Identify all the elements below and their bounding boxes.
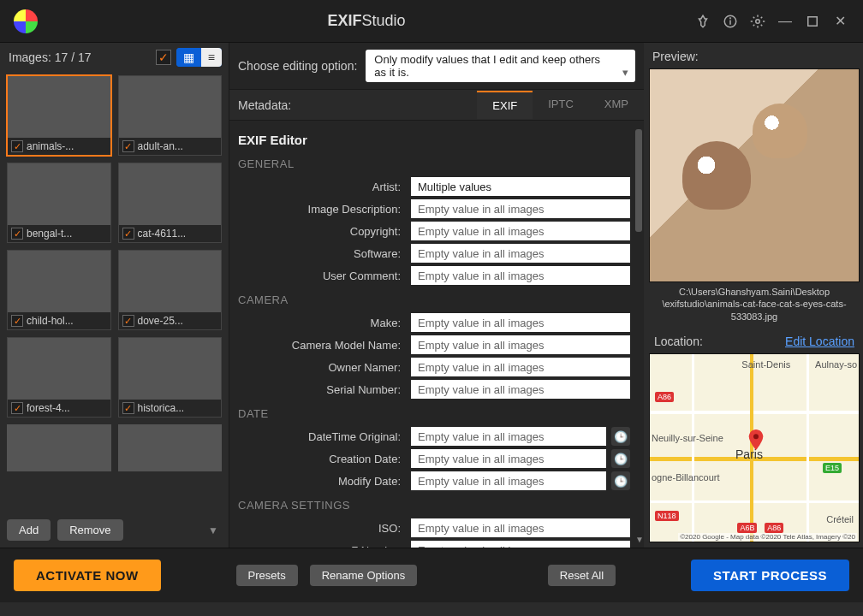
rename-options-button[interactable]: Rename Options bbox=[310, 565, 418, 586]
thumb-checkbox[interactable]: ✓ bbox=[122, 315, 134, 327]
edit-location-link[interactable]: Edit Location bbox=[785, 335, 854, 348]
editing-option-select[interactable]: Only modify values that I edit and keep … bbox=[366, 50, 635, 82]
minimize-button[interactable]: — bbox=[777, 14, 793, 29]
section-camera-settings: CAMERA SETTINGS bbox=[238, 499, 630, 512]
field-label: Modify Date: bbox=[238, 475, 406, 488]
image-description-input[interactable] bbox=[411, 199, 630, 218]
tab-xmp[interactable]: XMP bbox=[589, 91, 644, 119]
map-attribution: ©2020 Google - Map data ©2020 Tele Atlas… bbox=[678, 533, 857, 541]
artist-input[interactable] bbox=[411, 177, 630, 196]
camera-model-input[interactable] bbox=[411, 335, 630, 354]
copyright-input[interactable] bbox=[411, 222, 630, 240]
list-view-icon[interactable]: ≡ bbox=[201, 48, 222, 67]
activate-button[interactable]: ACTIVATE NOW bbox=[14, 560, 161, 591]
field-label: Camera Model Name: bbox=[238, 339, 406, 352]
clock-icon[interactable]: 🕒 bbox=[611, 449, 630, 468]
thumbnail-item[interactable]: ✓dove-25... bbox=[118, 250, 223, 330]
thumb-checkbox[interactable]: ✓ bbox=[11, 402, 23, 414]
map-badge: A86 bbox=[765, 523, 783, 533]
info-icon[interactable] bbox=[723, 14, 738, 29]
thumb-label: cat-4611... bbox=[138, 228, 187, 240]
preview-image bbox=[649, 68, 860, 282]
user-comment-input[interactable] bbox=[411, 266, 630, 285]
map-city: Créteil bbox=[826, 514, 854, 524]
datetime-original-input[interactable] bbox=[411, 427, 606, 446]
serial-input[interactable] bbox=[411, 380, 630, 399]
field-label: Artist: bbox=[238, 181, 406, 193]
title-bold: EXIF bbox=[327, 12, 361, 29]
map-badge: A6B bbox=[737, 523, 757, 533]
thumbnail-item[interactable]: ✓adult-an... bbox=[118, 75, 223, 156]
fnumber-input[interactable] bbox=[411, 541, 630, 548]
settings-icon[interactable] bbox=[750, 14, 765, 29]
clock-icon[interactable]: 🕒 bbox=[611, 471, 630, 490]
thumbnail-item[interactable]: ✓forest-4... bbox=[7, 337, 111, 418]
software-input[interactable] bbox=[411, 244, 630, 263]
svg-rect-4 bbox=[808, 16, 818, 26]
thumbnail-grid: ✓animals-... ✓adult-an... ✓bengal-t... ✓… bbox=[0, 72, 229, 512]
thumb-checkbox[interactable]: ✓ bbox=[11, 228, 23, 240]
select-all-checkbox[interactable]: ✓ bbox=[156, 50, 171, 65]
thumbnail-item[interactable]: ✓animals-... bbox=[7, 75, 111, 156]
creation-date-input[interactable] bbox=[411, 449, 606, 468]
section-general: GENERAL bbox=[238, 157, 630, 170]
choose-label: Choose editing option: bbox=[238, 59, 357, 73]
map-city: ogne-Billancourt bbox=[652, 472, 720, 483]
thumb-label: adult-an... bbox=[138, 140, 183, 152]
start-process-button[interactable]: START PROCESS bbox=[691, 560, 849, 591]
thumb-label: bengal-t... bbox=[27, 228, 72, 240]
app-title: EXIFStudio bbox=[38, 12, 695, 30]
editor-title: EXIF Editor bbox=[238, 133, 630, 147]
section-camera: CAMERA bbox=[238, 293, 630, 306]
thumb-checkbox[interactable]: ✓ bbox=[122, 140, 134, 152]
editor-scrollbar[interactable]: ▼ bbox=[635, 129, 642, 544]
thumbnail-item[interactable]: ✓bengal-t... bbox=[7, 163, 111, 243]
location-label: Location: bbox=[654, 335, 703, 348]
pin-icon[interactable] bbox=[695, 14, 711, 29]
field-label: User Comment: bbox=[238, 270, 406, 282]
grid-view-icon[interactable]: ▦ bbox=[176, 48, 201, 67]
iso-input[interactable] bbox=[411, 518, 630, 537]
thumb-checkbox[interactable]: ✓ bbox=[122, 402, 134, 414]
add-button[interactable]: Add bbox=[7, 519, 51, 541]
clock-icon[interactable]: 🕒 bbox=[611, 427, 630, 446]
title-light: Studio bbox=[361, 12, 405, 29]
svg-point-3 bbox=[756, 19, 760, 23]
map-city: Aulnay-so bbox=[815, 359, 857, 370]
thumb-checkbox[interactable]: ✓ bbox=[11, 140, 23, 152]
thumb-checkbox[interactable]: ✓ bbox=[122, 228, 134, 240]
thumbnail-item[interactable] bbox=[7, 424, 111, 471]
tab-iptc[interactable]: IPTC bbox=[533, 91, 589, 119]
presets-button[interactable]: Presets bbox=[236, 565, 298, 586]
thumbnail-item[interactable]: ✓cat-4611... bbox=[118, 163, 223, 243]
thumbnail-item[interactable]: ✓historica... bbox=[118, 337, 223, 418]
remove-button[interactable]: Remove bbox=[57, 519, 122, 541]
field-label: Copyright: bbox=[238, 225, 406, 238]
thumbnail-item[interactable] bbox=[118, 424, 223, 471]
maximize-button[interactable] bbox=[805, 14, 820, 29]
thumb-label: historica... bbox=[138, 402, 185, 414]
thumbnail-item[interactable]: ✓child-hol... bbox=[7, 250, 111, 330]
preview-path: C:\Users\Ghanshyam.Saini\Desktop \exifst… bbox=[649, 282, 860, 326]
owner-name-input[interactable] bbox=[411, 358, 630, 376]
svg-point-2 bbox=[730, 17, 731, 18]
view-toggle[interactable]: ▦ ≡ bbox=[176, 48, 222, 67]
scroll-down-icon[interactable]: ▼ bbox=[208, 524, 222, 536]
thumb-label: animals-... bbox=[27, 140, 74, 152]
map-city: Saint-Denis bbox=[741, 359, 790, 370]
modify-date-input[interactable] bbox=[411, 471, 606, 490]
select-value: Only modify values that I edit and keep … bbox=[374, 53, 600, 79]
field-label: Image Description: bbox=[238, 203, 406, 216]
map-pin-icon bbox=[748, 429, 764, 445]
editor-panel: Choose editing option: Only modify value… bbox=[229, 43, 644, 548]
thumb-checkbox[interactable]: ✓ bbox=[11, 315, 23, 327]
map-city: Neuilly-sur-Seine bbox=[652, 433, 723, 443]
tab-exif[interactable]: EXIF bbox=[477, 91, 533, 119]
reset-all-button[interactable]: Reset All bbox=[548, 565, 616, 586]
thumbnail-panel: Images: 17 / 17 ✓ ▦ ≡ ✓animals-... ✓adul… bbox=[0, 43, 229, 548]
map-badge: E15 bbox=[823, 463, 842, 473]
location-map[interactable]: Saint-Denis Aulnay-so Neuilly-sur-Seine … bbox=[649, 353, 860, 542]
close-button[interactable]: ✕ bbox=[832, 14, 848, 29]
make-input[interactable] bbox=[411, 313, 630, 332]
footer: ACTIVATE NOW Presets Rename Options Rese… bbox=[0, 548, 863, 602]
